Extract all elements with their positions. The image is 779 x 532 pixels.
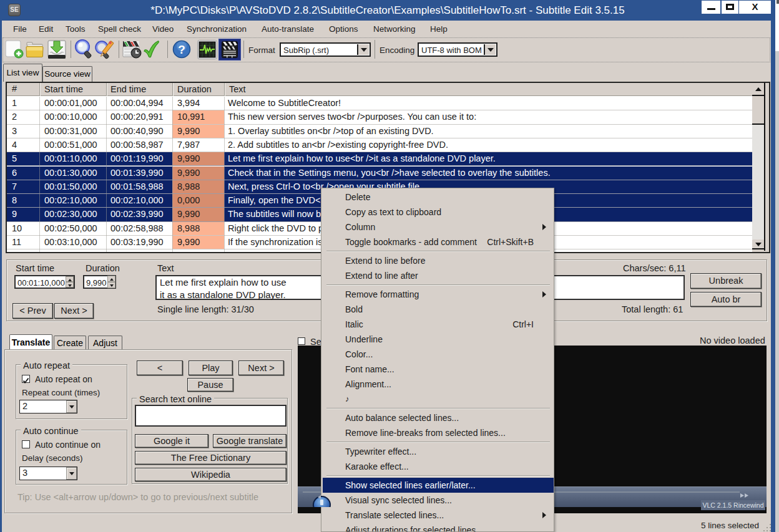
svg-text:?: ?	[178, 43, 185, 56]
